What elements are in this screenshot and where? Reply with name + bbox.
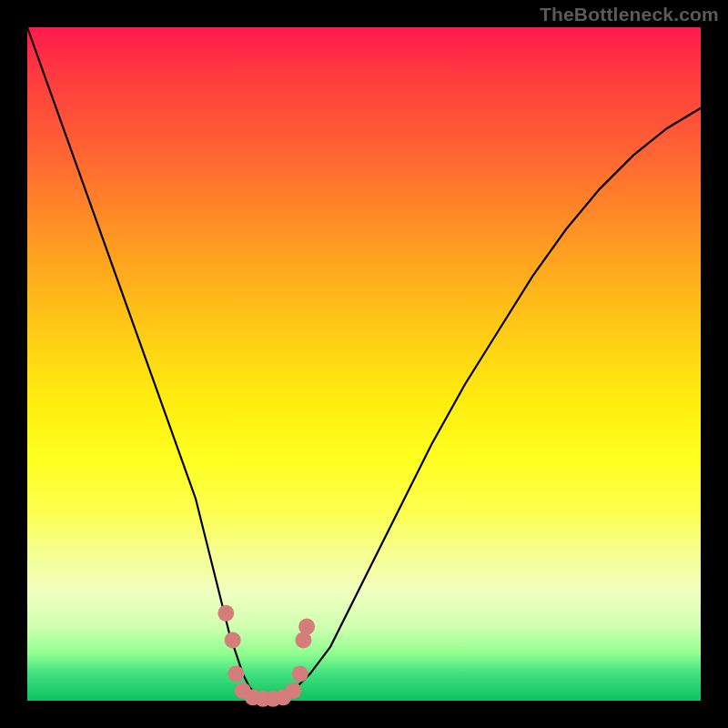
plot-area [27, 27, 701, 701]
chart-frame: TheBottleneck.com [0, 0, 728, 728]
watermark-text: TheBottleneck.com [540, 4, 719, 25]
